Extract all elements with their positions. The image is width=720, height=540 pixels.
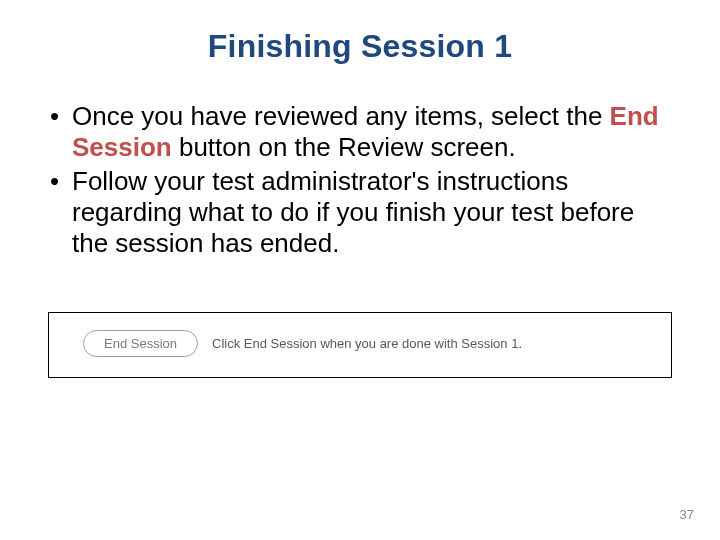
end-session-hint: Click End Session when you are done with… — [212, 336, 522, 351]
slide: Finishing Session 1 Once you have review… — [0, 0, 720, 540]
end-session-button[interactable]: End Session — [83, 330, 198, 357]
bullet-item-2: Follow your test administrator's instruc… — [72, 166, 672, 258]
page-number: 37 — [680, 507, 694, 522]
bullet-item-1: Once you have reviewed any items, select… — [72, 101, 672, 162]
bullet-list: Once you have reviewed any items, select… — [48, 101, 672, 258]
bullet-1-pre: Once you have reviewed any items, select… — [72, 101, 610, 131]
slide-title: Finishing Session 1 — [48, 28, 672, 65]
bullet-1-post: button on the Review screen. — [172, 132, 516, 162]
screenshot-row: End Session Click End Session when you a… — [59, 323, 661, 363]
screenshot-figure: End Session Click End Session when you a… — [48, 312, 672, 378]
